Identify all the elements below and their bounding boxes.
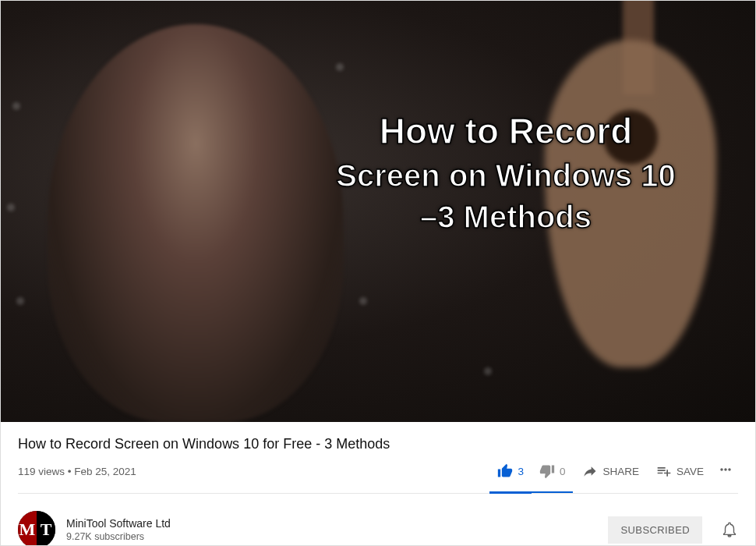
share-label: SHARE — [602, 466, 639, 477]
overlay-line-2: Screen on Windows 10 — [303, 158, 708, 193]
playlist-add-icon — [656, 463, 672, 479]
video-thumbnail: How to Record Screen on Windows 10 –3 Me… — [1, 1, 755, 422]
overlay-line-1: How to Record — [303, 110, 708, 152]
thumbnail-overlay-text: How to Record Screen on Windows 10 –3 Me… — [303, 110, 708, 241]
notification-bell-icon[interactable] — [721, 521, 738, 538]
save-button[interactable]: SAVE — [648, 457, 712, 485]
share-icon — [582, 463, 598, 479]
more-horizontal-icon — [718, 462, 733, 477]
channel-avatar[interactable]: M T — [18, 511, 55, 546]
overlay-line-3: –3 Methods — [303, 200, 708, 235]
video-title: How to Record Screen on Windows 10 for F… — [18, 436, 738, 452]
thumbs-up-icon — [497, 463, 513, 479]
channel-row: M T MiniTool Software Ltd 9.27K subscrib… — [1, 500, 755, 546]
video-stats: 119 views • Feb 25, 2021 — [18, 466, 136, 477]
subscribe-button[interactable]: SUBSCRIBED — [608, 516, 702, 544]
thumbs-down-icon — [539, 463, 555, 479]
save-label: SAVE — [677, 466, 704, 477]
like-count: 3 — [518, 466, 524, 477]
video-player[interactable]: How to Record Screen on Windows 10 –3 Me… — [1, 1, 755, 422]
avatar-letter-m: M — [18, 511, 37, 546]
upload-date: Feb 25, 2021 — [74, 466, 136, 477]
share-button[interactable]: SHARE — [574, 457, 647, 485]
like-button[interactable]: 3 — [489, 457, 532, 485]
stats-separator: • — [65, 466, 74, 477]
dislike-button[interactable]: 0 — [532, 457, 574, 485]
channel-name[interactable]: MiniTool Software Ltd — [66, 517, 597, 530]
dislike-count: 0 — [560, 466, 566, 477]
view-count: 119 views — [18, 466, 65, 477]
action-bar: 3 0 SHARE SAVE — [489, 457, 738, 485]
more-actions-button[interactable] — [713, 462, 738, 481]
avatar-letter-t: T — [37, 511, 55, 546]
subscriber-count: 9.27K subscribers — [66, 531, 597, 542]
